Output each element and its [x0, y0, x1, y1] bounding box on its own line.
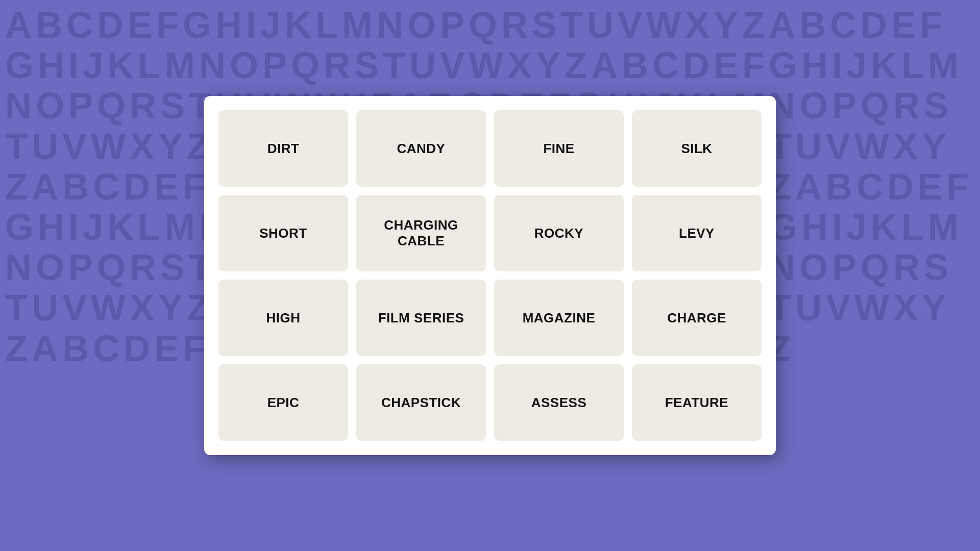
- word-card[interactable]: FINE: [494, 110, 624, 187]
- word-card-label: LEVY: [679, 226, 715, 241]
- word-card-label: HIGH: [266, 310, 301, 326]
- word-grid: DIRTCANDYFINESILKSHORTCHARGING CABLEROCK…: [218, 110, 762, 441]
- word-card-label: SILK: [681, 141, 712, 157]
- word-card-label: FEATURE: [665, 395, 728, 411]
- word-card-label: FILM SERIES: [378, 310, 464, 326]
- word-card-label: ASSESS: [531, 395, 587, 411]
- word-card[interactable]: EPIC: [218, 364, 348, 441]
- word-card[interactable]: ASSESS: [494, 364, 624, 441]
- word-card[interactable]: SHORT: [218, 195, 348, 271]
- word-card-label: CHARGING CABLE: [366, 217, 476, 249]
- word-card[interactable]: LEVY: [632, 195, 762, 271]
- card-container: DIRTCANDYFINESILKSHORTCHARGING CABLEROCK…: [204, 96, 776, 455]
- word-card[interactable]: DIRT: [218, 110, 348, 187]
- word-card-label: FINE: [543, 141, 574, 157]
- word-card-label: EPIC: [267, 395, 300, 411]
- word-card-label: SHORT: [259, 226, 307, 241]
- word-card-label: DIRT: [267, 141, 300, 157]
- word-card[interactable]: MAGAZINE: [494, 280, 624, 356]
- word-card[interactable]: FILM SERIES: [356, 280, 486, 356]
- word-card[interactable]: CHARGE: [632, 280, 762, 356]
- word-card-label: CHARGE: [667, 310, 726, 326]
- word-card[interactable]: CHARGING CABLE: [356, 195, 486, 271]
- word-card[interactable]: HIGH: [218, 280, 348, 356]
- word-card[interactable]: ROCKY: [494, 195, 624, 271]
- word-card[interactable]: FEATURE: [632, 364, 762, 441]
- word-card-label: MAGAZINE: [523, 310, 596, 326]
- word-card[interactable]: CHAPSTICK: [356, 364, 486, 441]
- word-card-label: CHAPSTICK: [381, 395, 461, 411]
- word-card[interactable]: SILK: [632, 110, 762, 187]
- word-card-label: CANDY: [397, 141, 446, 157]
- word-card[interactable]: CANDY: [356, 110, 486, 187]
- word-card-label: ROCKY: [534, 226, 583, 241]
